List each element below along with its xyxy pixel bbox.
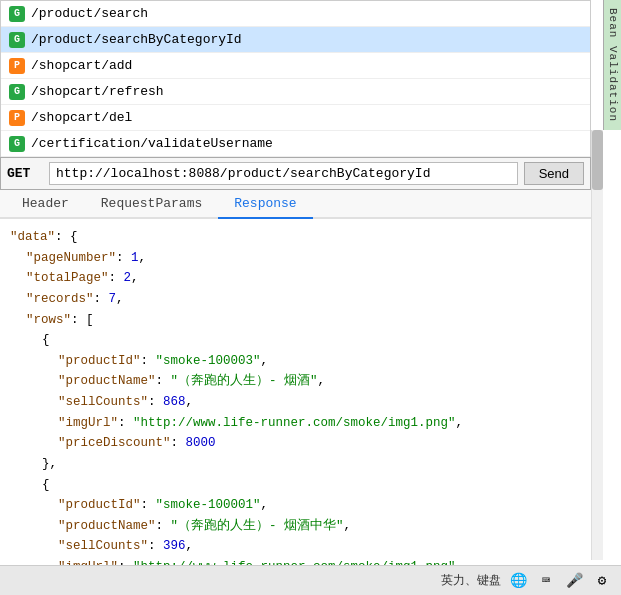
json-line-13: { [10,475,581,496]
json-line-16: "sellCounts": 396, [10,536,581,557]
scrollbar-track[interactable] [591,130,603,560]
path-1: /product/search [31,6,148,21]
json-line-5: "rows": [ [10,310,581,331]
json-line-14: "productId": "smoke-100001", [10,495,581,516]
tabs: Header RequestParams Response [0,190,591,219]
json-line-12: }, [10,454,581,475]
dropdown-item-1[interactable]: G /product/search [1,1,590,27]
scrollbar-thumb[interactable] [592,130,603,190]
json-line-6: { [10,330,581,351]
http-method-label: GET [7,166,43,181]
badge-g-6: G [9,136,25,152]
path-5: /shopcart/del [31,110,132,125]
taskbar: 英力、键盘 🌐 ⌨ 🎤 ⚙ [0,565,621,595]
badge-p-5: P [9,110,25,126]
path-3: /shopcart/add [31,58,132,73]
path-4: /shopcart/refresh [31,84,164,99]
dropdown-item-3[interactable]: P /shopcart/add [1,53,590,79]
badge-g-1: G [9,6,25,22]
badge-p-3: P [9,58,25,74]
dropdown-item-5[interactable]: P /shopcart/del [1,105,590,131]
dropdown-item-2[interactable]: G /product/searchByCategoryId [1,27,590,53]
tab-response[interactable]: Response [218,190,312,219]
json-line-15: "productName": "（奔跑的人生）- 烟酒中华", [10,516,581,537]
bean-validation-tab[interactable]: Bean Validation [603,0,621,130]
dropdown-item-6[interactable]: G /certification/validateUsername [1,131,590,157]
json-line-4: "records": 7, [10,289,581,310]
badge-g-4: G [9,84,25,100]
side-tab-label: Bean Validation [607,8,619,122]
json-line-3: "totalPage": 2, [10,268,581,289]
json-line-2: "pageNumber": 1, [10,248,581,269]
mic-icon[interactable]: 🎤 [563,570,585,592]
badge-g-2: G [9,32,25,48]
tab-header[interactable]: Header [6,190,85,219]
keyboard-icon[interactable]: ⌨ [535,570,557,592]
send-button[interactable]: Send [524,162,584,185]
path-2: /product/searchByCategoryId [31,32,242,47]
globe-icon[interactable]: 🌐 [507,570,529,592]
json-line-10: "imgUrl": "http://www.life-runner.com/sm… [10,413,581,434]
taskbar-text: 英力、键盘 [441,572,501,589]
dropdown-list: G /product/search G /product/searchByCat… [0,0,591,157]
json-line-11: "priceDiscount": 8000 [10,433,581,454]
dropdown-item-4[interactable]: G /shopcart/refresh [1,79,590,105]
url-input[interactable] [49,162,518,185]
json-line-7: "productId": "smoke-100003", [10,351,581,372]
tab-request-params[interactable]: RequestParams [85,190,218,219]
json-line-9: "sellCounts": 868, [10,392,581,413]
json-line-1: "data": { [10,227,581,248]
json-line-8: "productName": "（奔跑的人生）- 烟酒", [10,371,581,392]
url-bar: GET Send [0,157,591,190]
settings-icon[interactable]: ⚙ [591,570,613,592]
path-6: /certification/validateUsername [31,136,273,151]
response-panel: "data": { "pageNumber": 1, "totalPage": … [0,219,591,579]
